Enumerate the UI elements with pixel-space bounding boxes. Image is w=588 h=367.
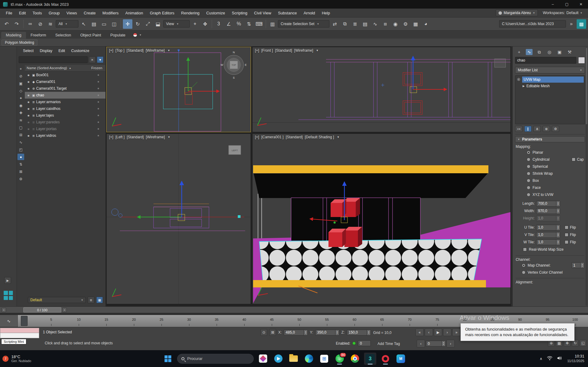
frozen-toggle[interactable]: ∗ [91,107,105,110]
keyboard-shortcut-override-icon[interactable]: ⌨ [254,19,264,29]
curve-editor-icon[interactable]: ∿ [370,19,380,29]
schematic-view-icon[interactable]: ⧈ [381,19,390,29]
scene-explorer-row[interactable]: ◉ ≣ Layer:paredes ∗ [25,119,105,125]
explorer-preset-dropdown[interactable]: Default ▼ [28,297,86,303]
configure-modifier-sets-icon[interactable]: ⚙ [552,126,559,132]
frozen-toggle[interactable]: ∗ [91,80,105,83]
viewport-label-segment[interactable]: [Wireframe] [146,48,165,53]
rectangular-selection-icon[interactable]: ▭ [99,19,109,29]
close-button[interactable]: ✕ [574,0,588,9]
maxscript-mini-listener-macro[interactable] [0,328,39,333]
current-frame-marker[interactable] [21,316,28,326]
timeline-tick[interactable]: 10 [79,315,106,327]
enabled-field[interactable]: 0 [358,340,371,346]
viewport-label-segment[interactable]: [Wireframe] [146,135,165,139]
frame-back-button[interactable]: ‹ [417,340,425,347]
display-shapes-icon[interactable]: ◇ [17,88,24,94]
viewport-filter-funnel-icon[interactable]: ▼ [337,136,340,139]
cap-checkbox[interactable] [572,158,575,161]
spinner-icon[interactable]: ▲▼ [335,330,339,335]
scene-explorer-mode-icon[interactable]: ▦ [96,297,103,303]
expand-panel-button[interactable]: ▶ [4,277,11,284]
scene-explorer-row[interactable]: ◉ ◆ Camera001 ∗ [25,78,105,85]
utilities-tab-icon[interactable]: ⚒ [566,49,573,55]
material-editor-icon[interactable]: ◉ [391,19,400,29]
scene-explorer-row[interactable]: ◉ ≣ Layer:vidros ∗ [25,132,105,139]
maximize-button[interactable]: ▢ [560,0,574,9]
use-pivot-point-icon[interactable]: ⌖ [190,19,200,29]
toolbar-overflow-icon[interactable]: » [567,19,576,29]
radio-icon[interactable] [527,151,530,154]
viewport-label-segment[interactable]: [Front ] [261,48,273,53]
ribbon-tab[interactable]: Modeling [1,32,26,39]
viewport-label-segment[interactable]: [+] [255,48,259,53]
mapping-option-face[interactable]: Face [516,184,584,191]
create-tab-icon[interactable]: + [516,49,522,55]
previous-frame-arrow[interactable]: ‹ [2,308,6,312]
select-and-scale-icon[interactable]: ⤢ [143,19,153,29]
viewport-label-segment[interactable]: [Standard] [286,135,302,139]
map-channel-field[interactable]: 1▲▼ [571,262,584,268]
radio-icon[interactable] [522,264,525,267]
start-button[interactable] [162,353,174,365]
frozen-toggle[interactable]: ∗ [91,134,105,137]
length-field[interactable]: 700,0▲▼ [536,201,560,207]
frozen-toggle[interactable]: ∗ [91,114,105,117]
unlink-selection-icon[interactable]: ⊘ [36,19,45,29]
scene-explorer-column-header[interactable]: Name (Sorted Ascending) ▲ Frozen [25,64,105,72]
visibility-eye-icon[interactable]: ◉ [26,121,31,124]
mapping-option-shrink-wrap[interactable]: Shrink Wrap [516,170,584,177]
rendered-frame-window-icon[interactable]: ▦ [411,19,420,29]
pin-stack-icon[interactable]: ⊶ [515,126,522,132]
modifier-visibility-icon[interactable]: ⦿ [516,78,521,81]
project-folder-field[interactable]: C:\Users\User...s\3ds Max 2023 [499,20,566,28]
explorer-settings-icon[interactable]: ⚙ [17,176,24,182]
radio-icon[interactable] [527,193,530,197]
render-setup-icon[interactable]: ⚙ [401,19,410,29]
expand-arrow-icon[interactable]: ▶ [522,84,525,88]
timeline-tick[interactable]: 40 [244,315,272,327]
chrome-browser-icon[interactable] [349,353,361,365]
timeline-tick[interactable]: 60 [355,315,382,327]
object-color-swatch[interactable] [578,57,585,64]
viewport-filter-funnel-icon[interactable]: ▼ [167,49,170,52]
spinner-icon[interactable]: ▲▼ [367,330,370,335]
maximize-viewport-icon[interactable]: ◱ [580,340,586,346]
windows-update-notification[interactable]: Obtenha as funcionalidades e as melhoria… [461,323,575,341]
timeline-tick[interactable]: 25 [161,315,189,327]
timeline-tick[interactable]: 5 [51,315,79,327]
mapping-option-spherical[interactable]: Spherical [516,163,584,170]
selection-lock-icon[interactable]: ⊠ [269,329,276,336]
radio-icon[interactable] [527,186,530,189]
display-bones-icon[interactable]: ∿ [17,139,24,145]
camera-viewport-canvas[interactable] [252,134,510,304]
time-slider-handle[interactable]: 0 / 100 [23,307,61,313]
display-groups-icon[interactable]: ▢ [17,124,24,131]
redo-icon[interactable]: ↷ [12,19,21,29]
make-unique-icon[interactable]: ⋔ [533,126,541,132]
time-slider-track[interactable]: ‹ 0 / 100 › [0,306,588,313]
edge-browser-icon[interactable] [303,353,315,365]
timeline-tick[interactable]: 65 [382,315,410,327]
chevron-down-icon[interactable]: ▼ [139,34,142,36]
whatsapp-icon[interactable]: ☏84 [333,353,346,365]
map-channel-row[interactable]: Map Channel: 1▲▼ [516,262,584,269]
snap-toggle-3d-icon[interactable]: 3 [214,19,223,29]
timeline-tick[interactable]: 0 [24,315,51,327]
viewport-layout-tabs-icon[interactable] [3,290,13,301]
mirror-icon[interactable]: ⇄ [330,19,340,29]
w-flip-checkbox[interactable] [565,240,568,244]
select-by-name-icon[interactable]: ▤ [89,19,99,29]
name-column-header[interactable]: Name (Sorted Ascending) [27,66,67,70]
display-tab-icon[interactable]: ▣ [556,49,563,55]
ribbon-tab[interactable]: Freeform [26,32,51,39]
visibility-eye-icon[interactable]: ◉ [26,94,31,97]
visibility-eye-icon[interactable]: ◉ [26,81,31,83]
workspaces-dropdown[interactable]: Workspaces: Default ▼ [543,11,582,15]
add-time-tag-button[interactable]: Add Time Tag [377,342,400,346]
display-helpers-icon[interactable]: ✚ [17,110,24,116]
scene-explorer-menu-item[interactable]: Display [37,47,55,55]
select-and-link-icon[interactable]: ∞ [25,19,35,29]
viewport-label-segment[interactable]: [Standard] [127,135,144,139]
frozen-toggle[interactable]: ∗ [91,100,105,103]
